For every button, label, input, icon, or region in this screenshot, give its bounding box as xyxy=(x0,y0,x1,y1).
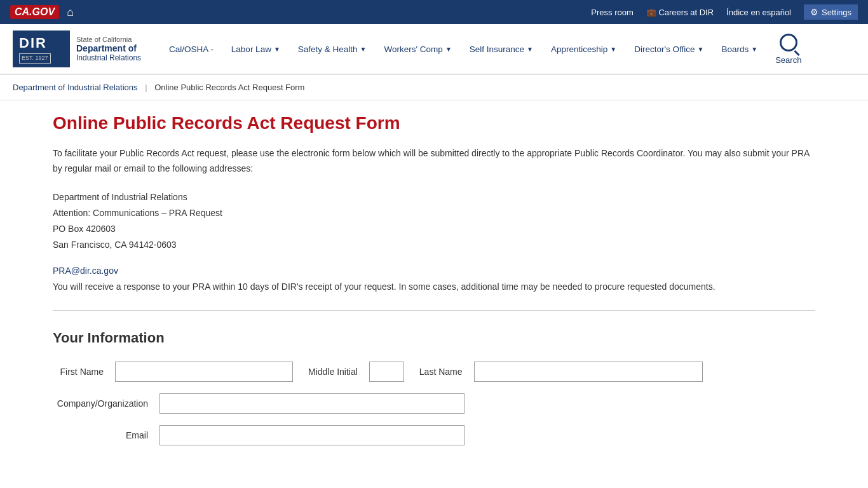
address-line1: Department of Industrial Relations xyxy=(53,189,815,205)
cal-osha-label: Cal/OSHA - xyxy=(169,44,214,54)
est-badge: EST. 1927 xyxy=(19,53,51,64)
your-information-title: Your Information xyxy=(53,330,815,346)
top-bar-left: CA.GOV ⌂ xyxy=(10,5,74,19)
middle-initial-input[interactable] xyxy=(369,362,404,382)
press-room-link[interactable]: Press room xyxy=(591,8,633,17)
main-header: DIR EST. 1927 State of California Depart… xyxy=(0,24,868,75)
home-icon[interactable]: ⌂ xyxy=(67,6,74,19)
last-name-label: Last Name xyxy=(409,367,469,377)
chevron-down-icon: ▼ xyxy=(274,46,280,53)
top-bar: CA.GOV ⌂ Press room 💼 Careers at DIR Índ… xyxy=(0,0,868,24)
chevron-down-icon: ▼ xyxy=(445,46,452,53)
nav-workers-comp[interactable]: Workers' Comp▼ xyxy=(376,27,461,72)
company-row: Company/Organization xyxy=(53,393,815,414)
name-row: First Name Middle Initial Last Name xyxy=(53,362,815,382)
main-nav: Cal/OSHA - Labor Law▼ Safety & Health▼ W… xyxy=(160,27,855,72)
last-name-input[interactable] xyxy=(474,362,703,382)
nav-self-insurance[interactable]: Self Insurance▼ xyxy=(461,27,542,72)
chevron-down-icon: ▼ xyxy=(360,46,367,53)
breadcrumb-separator: | xyxy=(145,83,147,92)
chevron-down-icon: ▼ xyxy=(610,46,616,53)
settings-button[interactable]: ⚙ Settings xyxy=(804,4,858,20)
address-line2: Attention: Communications – PRA Request xyxy=(53,205,815,221)
dept-line2: Industrial Relations xyxy=(76,53,141,62)
nav-directors-office[interactable]: Director's Office▼ xyxy=(625,27,712,72)
logo-box: DIR EST. 1927 xyxy=(13,30,70,67)
nav-cal-osha[interactable]: Cal/OSHA - xyxy=(160,27,222,72)
dept-line1: Department of xyxy=(76,43,141,53)
email-label: Email xyxy=(53,430,154,440)
dir-acronym: DIR xyxy=(19,34,47,53)
email-input[interactable] xyxy=(159,425,465,445)
chevron-down-icon: ▼ xyxy=(527,46,533,53)
breadcrumb: Department of Industrial Relations | Onl… xyxy=(0,75,868,100)
chevron-down-icon: ▼ xyxy=(698,46,704,53)
intro-text: To facilitate your Public Records Act re… xyxy=(53,146,815,177)
nav-labor-law[interactable]: Labor Law▼ xyxy=(222,27,289,72)
nav-safety-health[interactable]: Safety & Health▼ xyxy=(289,27,376,72)
nav-apprenticeship[interactable]: Apprenticeship▼ xyxy=(542,27,625,72)
address-line4: San Francisco, CA 94142-0603 xyxy=(53,237,815,253)
first-name-input[interactable] xyxy=(115,362,293,382)
nav-boards[interactable]: Boards▼ xyxy=(712,27,766,72)
logo-text: State of California Department of Indust… xyxy=(76,36,141,62)
pra-email-link[interactable]: PRA@dir.ca.gov xyxy=(53,266,118,276)
ca-gov-logo[interactable]: CA.GOV xyxy=(10,5,59,19)
breadcrumb-home-link[interactable]: Department of Industrial Relations xyxy=(13,83,138,92)
first-name-label: First Name xyxy=(53,367,110,377)
page-title: Online Public Records Act Request Form xyxy=(53,113,815,133)
breadcrumb-current: Online Public Records Act Request Form xyxy=(154,83,304,92)
top-bar-right: Press room 💼 Careers at DIR Índice en es… xyxy=(591,4,858,20)
section-divider xyxy=(53,310,815,311)
company-input[interactable] xyxy=(159,393,465,414)
espanol-link[interactable]: Índice en español xyxy=(726,8,791,17)
response-note: You will receive a response to your PRA … xyxy=(53,280,815,295)
address-block: Department of Industrial Relations Atten… xyxy=(53,189,815,254)
chevron-down-icon: ▼ xyxy=(751,46,757,53)
company-label: Company/Organization xyxy=(53,398,154,409)
careers-link[interactable]: 💼 Careers at DIR xyxy=(646,8,714,17)
email-row: Email xyxy=(53,425,815,445)
content-area: Online Public Records Act Request Form T… xyxy=(15,100,853,482)
state-label: State of California xyxy=(76,36,141,43)
briefcase-icon: 💼 xyxy=(646,8,659,17)
gear-icon: ⚙ xyxy=(810,7,818,17)
address-line3: PO Box 420603 xyxy=(53,221,815,237)
logo-area[interactable]: DIR EST. 1927 State of California Depart… xyxy=(13,30,141,67)
middle-initial-label: Middle Initial xyxy=(298,367,364,377)
search-icon xyxy=(780,34,797,51)
search-button[interactable]: Search xyxy=(766,27,810,71)
